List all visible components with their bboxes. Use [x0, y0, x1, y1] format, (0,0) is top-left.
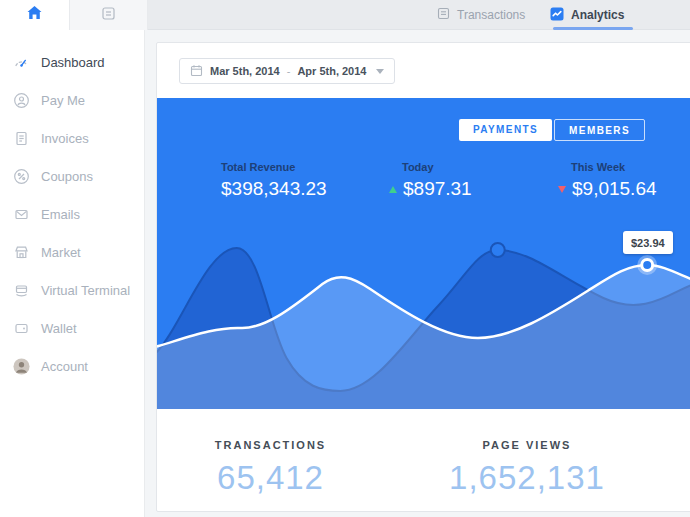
sidebar-item-label: Emails [41, 207, 80, 222]
active-tab-underline [553, 27, 633, 30]
trend-down-icon [558, 186, 566, 193]
avatar [13, 358, 30, 375]
members-toggle-button[interactable]: MEMBERS [554, 119, 645, 141]
sidebar-item-label: Virtual Terminal [41, 283, 130, 298]
sidebar-item-label: Invoices [41, 131, 89, 146]
tab-analytics-label: Analytics [571, 8, 624, 22]
date-range-start: Mar 5th, 2014 [210, 65, 280, 77]
stat-this-week: This Week $9,015.64 [558, 161, 657, 200]
card-swipe-icon [13, 282, 30, 299]
chart-stats-row: Total Revenue $398,343.23 Today $897.31 … [157, 161, 690, 206]
stat-value: $897.31 [403, 178, 472, 200]
chevron-down-icon [376, 69, 384, 74]
home-tab[interactable] [0, 0, 70, 30]
person-circle-icon [13, 92, 30, 109]
page-views-counter: PAGE VIEWS 1,652,131 [384, 439, 670, 497]
sidebar-item-emails[interactable]: Emails [0, 195, 144, 233]
payments-chart: PAYMENTS MEMBERS Total Revenue $398,343.… [157, 98, 690, 409]
sidebar-item-account[interactable]: Account [0, 347, 144, 385]
analytics-check-icon [550, 7, 564, 24]
sidebar-item-label: Wallet [41, 321, 77, 336]
trend-up-icon [389, 186, 397, 193]
stat-label: Today [389, 161, 472, 173]
card-header: Mar 5th, 2014 - Apr 5th, 2014 [157, 43, 690, 98]
sidebar-item-label: Account [41, 359, 88, 374]
tooltip-value: $23.94 [631, 237, 665, 249]
secondary-tab[interactable] [70, 0, 148, 30]
counter-value: 1,652,131 [384, 459, 670, 497]
payments-toggle-button[interactable]: PAYMENTS [459, 119, 552, 141]
sidebar-item-market[interactable]: Market [0, 233, 144, 271]
sidebar-item-virtual-terminal[interactable]: Virtual Terminal [0, 271, 144, 309]
envelope-icon [13, 206, 30, 223]
dark-series-marker [491, 243, 505, 257]
date-range-separator: - [287, 65, 291, 77]
sidebar-item-coupons[interactable]: Coupons [0, 157, 144, 195]
sidebar-item-label: Market [41, 245, 81, 260]
wallet-icon [13, 320, 30, 337]
storefront-icon [13, 244, 30, 261]
stat-today: Today $897.31 [389, 161, 472, 200]
sidebar-item-invoices[interactable]: Invoices [0, 119, 144, 157]
stat-label: This Week [558, 161, 657, 173]
tab-transactions[interactable]: Transactions [437, 0, 525, 30]
analytics-card: Mar 5th, 2014 - Apr 5th, 2014 PAYMENTS M… [156, 42, 690, 512]
bottom-stats: TRANSACTIONS 65,412 PAGE VIEWS 1,652,131 [157, 409, 690, 513]
light-series-marker [642, 260, 653, 271]
tab-transactions-label: Transactions [457, 8, 525, 22]
stat-total-revenue: Total Revenue $398,343.23 [221, 161, 327, 200]
counter-label: TRANSACTIONS [157, 439, 384, 451]
chart-toggle-group: PAYMENTS MEMBERS [459, 119, 645, 141]
receipt-icon [437, 7, 450, 23]
sidebar-item-dashboard[interactable]: Dashboard [0, 43, 144, 81]
sidebar-item-label: Pay Me [41, 93, 85, 108]
sidebar-item-label: Dashboard [41, 55, 105, 70]
calendar-icon [190, 64, 203, 79]
stat-label: Total Revenue [221, 161, 327, 173]
invoice-icon [13, 130, 30, 147]
percent-circle-icon [13, 168, 30, 185]
gauge-icon [13, 54, 30, 71]
chart-tooltip: $23.94 [623, 231, 673, 254]
date-range-picker[interactable]: Mar 5th, 2014 - Apr 5th, 2014 [179, 58, 395, 84]
list-icon [101, 6, 116, 25]
sidebar-item-label: Coupons [41, 169, 93, 184]
sidebar-item-wallet[interactable]: Wallet [0, 309, 144, 347]
counter-value: 65,412 [157, 459, 384, 497]
stat-value: $398,343.23 [221, 178, 327, 200]
counter-label: PAGE VIEWS [384, 439, 670, 451]
stat-value: $9,015.64 [572, 178, 657, 200]
sidebar-item-pay-me[interactable]: Pay Me [0, 81, 144, 119]
tab-analytics[interactable]: Analytics [550, 0, 624, 30]
transactions-counter: TRANSACTIONS 65,412 [157, 439, 384, 497]
home-icon [26, 5, 43, 25]
sidebar: Dashboard Pay Me Invoices Coupons [0, 30, 145, 517]
topbar: Transactions Analytics [0, 0, 690, 30]
area-chart-canvas[interactable] [157, 98, 690, 409]
date-range-end: Apr 5th, 2014 [297, 65, 366, 77]
